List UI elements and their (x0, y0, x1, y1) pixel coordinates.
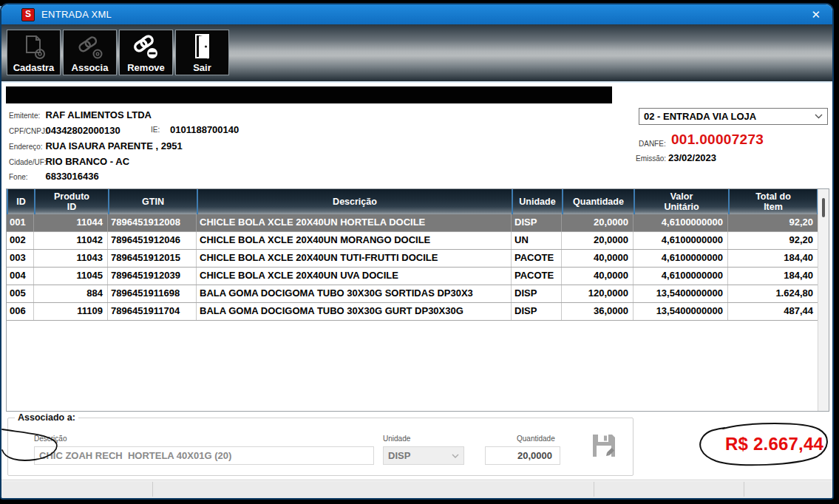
column-header[interactable]: Unidade (513, 189, 563, 214)
emitente-row: Emitente: RAF ALIMENTOS LTDA (9, 107, 152, 122)
table-row[interactable]: 002110427896451912046CHICLE BOLA XCLE 20… (7, 232, 818, 250)
table-cell: 7896451912046 (108, 232, 197, 249)
emissao-label: Emissão: (636, 154, 666, 163)
cpf-label: CPF/CNPJ: (9, 124, 42, 139)
descricao-input[interactable] (34, 446, 374, 465)
remove-button[interactable]: Remove (119, 30, 173, 75)
table-cell: BALA GOMA DOCIGOMA TUBO 30X30G SORTIDAS … (197, 285, 512, 302)
link-gear-icon (74, 30, 106, 62)
column-header[interactable]: Quantidade (563, 189, 635, 214)
table-cell: 4,6100000000 (634, 214, 728, 231)
table-cell: 4,6100000000 (634, 232, 728, 249)
table-cell: 40,0000 (562, 250, 634, 267)
close-icon[interactable]: ✕ (811, 9, 821, 20)
table-cell: CHICLE BOLA XCLE 20X40UN TUTI-FRUTTI DOC… (197, 250, 512, 267)
table-cell: CHICLE BOLA XCLE 20X40UN MORANGO DOCILE (197, 232, 512, 249)
title-bar: S ENTRADA XML ✕ (1, 4, 832, 24)
status-bar (1, 480, 832, 498)
column-header[interactable]: ID (8, 189, 35, 214)
table-cell: 1.624,80 (728, 285, 818, 302)
link-remove-icon (130, 30, 163, 62)
table-cell: 487,44 (728, 303, 818, 320)
app-logo-icon: S (21, 8, 35, 21)
items-table: IDProduto IDGTINDescriçãoUnidadeQuantida… (6, 188, 829, 412)
column-header[interactable]: GTIN (109, 189, 198, 214)
statusbar-separator (744, 482, 744, 497)
remove-label: Remove (127, 62, 165, 74)
table-cell: 11044 (34, 214, 108, 231)
table-cell: 120,0000 (562, 285, 634, 302)
chevron-down-icon (452, 454, 459, 458)
table-cell: 4,6100000000 (634, 250, 728, 267)
sair-button[interactable]: Sair (175, 30, 229, 75)
table-row[interactable]: 004110457896451912039CHICLE BOLA XCLE 20… (7, 268, 818, 285)
table-cell: 11042 (34, 232, 108, 249)
cadastra-label: Cadastra (13, 62, 55, 74)
fone-label: Fone: (9, 170, 42, 185)
table-cell: 13,5400000000 (634, 285, 728, 302)
table-cell: 11043 (34, 250, 108, 267)
descricao-label: Descrição (34, 435, 67, 443)
black-separator-bar (6, 86, 612, 103)
table-row[interactable]: 003110437896451912015CHICLE BOLA XCLE 20… (7, 250, 818, 268)
column-header[interactable]: Produto ID (35, 189, 109, 214)
table-cell: DISP (512, 303, 562, 320)
table-cell: UN (512, 232, 562, 249)
toolbar: Cadastra Associa (1, 24, 832, 83)
table-cell: PACOTE (512, 268, 562, 285)
associado-group: Associado a: Descrição Unidade DISP Quan… (7, 412, 634, 476)
table-row[interactable]: 001110447896451912008CHICLE BOLA XCLE 20… (7, 214, 818, 232)
endereco-label: Endereço: (9, 140, 42, 154)
table-cell: 7896451911704 (108, 303, 197, 320)
table-cell: 11045 (34, 268, 108, 285)
unidade-label: Unidade (383, 435, 410, 443)
total-value: R$ 2.667,44 (674, 434, 823, 454)
table-cell: DISP (512, 285, 562, 302)
table-cell: 20,0000 (562, 232, 634, 249)
table-row[interactable]: 006111097896451911704BALA GOMA DOCIGOMA … (7, 303, 818, 321)
table-scrollbar[interactable] (818, 189, 829, 411)
entry-type-selected: 02 - ENTRADA VIA LOJA (639, 111, 815, 122)
table-cell: CHICLE BOLA XCLE 20X40UN HORTELA DOCILE (197, 214, 512, 231)
table-row[interactable]: 0058847896451911698BALA GOMA DOCIGOMA TU… (7, 285, 818, 303)
table-cell: 13,5400000000 (634, 303, 728, 320)
table-cell: 001 (7, 214, 34, 231)
table-cell: DISP (512, 214, 562, 231)
table-cell: 7896451912015 (108, 250, 197, 267)
column-header[interactable]: Descrição (198, 189, 513, 214)
unidade-dropdown[interactable]: DISP (383, 446, 464, 465)
table-cell: 92,20 (728, 214, 818, 231)
emitente-label: Emitente: (9, 109, 42, 123)
emissao-value: 23/02/2023 (668, 152, 716, 163)
table-cell: 884 (34, 285, 108, 302)
chevron-down-icon (815, 114, 823, 119)
cpf-value: 04342802000130 (45, 125, 120, 136)
table-cell: 11109 (34, 303, 108, 320)
quantidade-input[interactable] (485, 446, 560, 465)
associa-button[interactable]: Associa (63, 30, 117, 75)
save-button[interactable] (587, 429, 621, 463)
entry-type-dropdown[interactable]: 02 - ENTRADA VIA LOJA (639, 108, 828, 125)
danfe-value: 001.00007273 (671, 132, 764, 148)
associa-label: Associa (72, 62, 109, 74)
floppy-save-icon (588, 430, 619, 461)
column-header[interactable]: Valor Unitário (635, 189, 730, 214)
table-cell: 006 (7, 303, 34, 320)
emitente-value: RAF ALIMENTOS LTDA (45, 109, 151, 120)
cidade-label: Cidade/UF: (9, 155, 42, 170)
cidade-row: Cidade/UF: RIO BRANCO - AC (9, 154, 129, 168)
table-cell: 40,0000 (562, 268, 634, 285)
table-header: IDProduto IDGTINDescriçãoUnidadeQuantida… (7, 189, 818, 214)
table-cell: 184,40 (728, 268, 818, 285)
scrollbar-thumb[interactable] (822, 198, 825, 217)
fone-row: Fone: 6833016436 (9, 168, 99, 183)
endereco-value: RUA ISAURA PARENTE , 2951 (45, 140, 182, 151)
table-cell: PACOTE (512, 250, 562, 267)
table-cell: CHICLE BOLA XCLE 20X40UN UVA DOCILE (197, 268, 512, 285)
ie-value: 0101188700140 (170, 123, 239, 137)
cadastra-button[interactable]: Cadastra (7, 30, 61, 75)
column-header[interactable]: Total do Item (730, 189, 818, 214)
table-cell: 36,0000 (562, 303, 634, 320)
table-cell: 92,20 (728, 232, 818, 249)
unidade-selected: DISP (384, 450, 452, 461)
